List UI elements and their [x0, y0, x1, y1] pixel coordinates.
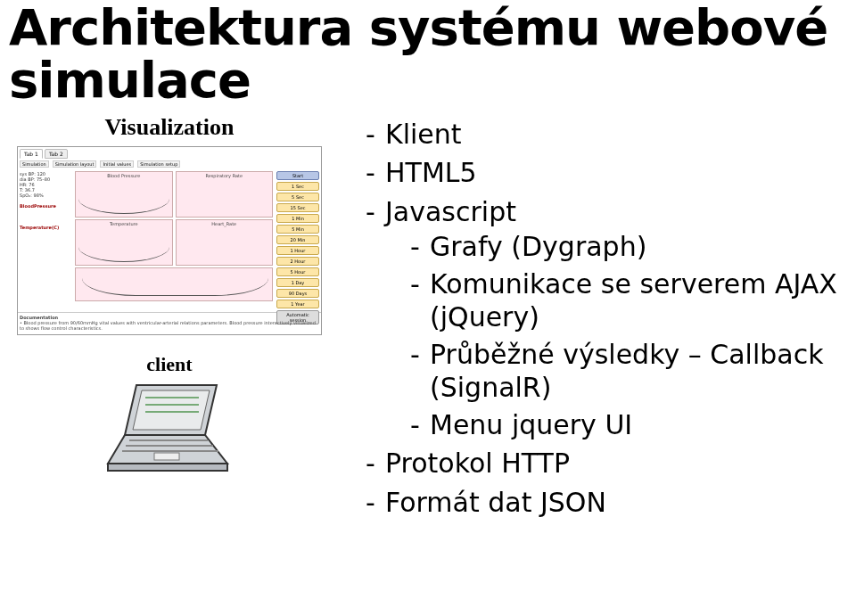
chart-curve [179, 193, 270, 218]
chart-row [75, 267, 273, 300]
page-title: Architektura systému webové simulace [9, 0, 847, 107]
info-temp-label: Temperature(C) [20, 225, 59, 230]
list-item: Javascript Grafy (Dygraph) Komunikace se… [366, 195, 847, 442]
dashboard-info: sys BP: 120 dia BP: 75–80 HR: 76 T: 36.7… [18, 169, 73, 312]
bullet-javascript: Javascript [385, 196, 516, 227]
list-item: Průběžné výsledky – Callback (SignalR) [410, 338, 847, 405]
chart-curve [78, 179, 169, 214]
right-column: Klient HTML5 Javascript Grafy (Dygraph) … [330, 114, 847, 525]
dashboard-tabs: Tab 1 Tab 2 [18, 147, 321, 160]
chart-curve [78, 227, 169, 262]
dashboard-menu-item: Simulation [20, 160, 49, 168]
dashboard-charts: Blood Pressure Respiratory Rate Temperat… [73, 169, 275, 312]
dash-btn: 90 Days [276, 289, 319, 298]
chart-title: Blood Pressure [107, 173, 140, 178]
client-label: client [146, 353, 192, 376]
bullet-menu: Menu jquery UI [430, 409, 632, 440]
dashboard-footer-text: • Blood pressure from 90/60mmHg vital va… [20, 320, 316, 331]
chart-row: Temperature Heart_Rate [75, 219, 273, 266]
dash-btn: 1 Year [276, 300, 319, 308]
chart-title: Heart_Rate [211, 221, 236, 226]
chart-row: Blood Pressure Respiratory Rate [75, 171, 273, 218]
dashboard-footer: Documentation • Blood pressure from 90/6… [18, 312, 321, 333]
dashboard-menu-item: Simulation setup [137, 160, 180, 168]
bullet-protokol: Protokol HTTP [385, 448, 570, 479]
dashboard-body: sys BP: 120 dia BP: 75–80 HR: 76 T: 36.7… [18, 169, 321, 312]
bullet-list: Klient HTML5 Javascript Grafy (Dygraph) … [366, 118, 847, 520]
list-item: Menu jquery UI [410, 408, 847, 442]
svg-rect-10 [154, 453, 179, 460]
chart-respiratory-rate: Respiratory Rate [176, 171, 274, 218]
list-item: Klient [366, 118, 847, 152]
bullet-klient: Klient [385, 119, 462, 150]
svg-marker-6 [108, 464, 227, 471]
dashboard-tab: Tab 1 [20, 149, 43, 159]
svg-marker-1 [133, 390, 210, 430]
bullet-grafy: Grafy (Dygraph) [430, 231, 646, 262]
list-item: Komunikace se serverem AJAX (jQuery) [410, 267, 847, 334]
dash-btn: 1 Min [276, 214, 319, 223]
dashboard-menu-item: Initial values [100, 160, 134, 168]
bullet-komunikace: Komunikace se serverem AJAX (jQuery) [430, 268, 837, 333]
chart-title: Respiratory Rate [205, 173, 243, 178]
dashboard-screenshot: Tab 1 Tab 2 Simulation Simulation layout… [17, 146, 322, 335]
info-line: SpO₂: 98% [20, 193, 71, 198]
dashboard-buttons: Start 1 Sec 5 Sec 15 Sec 1 Min 5 Min 20 … [275, 169, 321, 312]
chart-curve [82, 270, 268, 296]
dash-btn: 1 Day [276, 278, 319, 287]
dash-btn: 5 Hour [276, 267, 319, 276]
left-column: Visualization Tab 1 Tab 2 Simulation Sim… [9, 114, 330, 525]
list-item: Formát dat JSON [366, 486, 847, 520]
dash-btn: 1 Hour [276, 246, 319, 255]
dashboard-menu: Simulation Simulation layout Initial val… [18, 160, 321, 169]
content-row: Visualization Tab 1 Tab 2 Simulation Sim… [9, 114, 847, 525]
bullet-html5: HTML5 [385, 157, 477, 188]
bullet-sublist: Grafy (Dygraph) Komunikace se serverem A… [385, 230, 847, 441]
list-item: Grafy (Dygraph) [410, 230, 847, 264]
info-bp-label: BloodPressure [20, 203, 56, 209]
bullet-prubezne: Průběžné výsledky – Callback (SignalR) [430, 339, 824, 404]
chart-title: Temperature [110, 221, 138, 226]
chart-bloodpressure: Blood Pressure [75, 171, 173, 218]
dash-btn: 20 Min [276, 235, 319, 244]
dash-btn: 5 Sec [276, 193, 319, 201]
laptop-icon [103, 382, 236, 480]
dash-btn: 15 Sec [276, 203, 319, 212]
chart-heart-rate: Heart_Rate [176, 219, 274, 266]
chart-extra [75, 267, 273, 301]
chart-curve [179, 242, 270, 266]
chart-temperature: Temperature [75, 219, 173, 266]
dash-btn: 1 Sec [276, 182, 319, 191]
visualization-label: Visualization [105, 114, 235, 141]
dash-btn: 2 Hour [276, 257, 319, 266]
list-item: Protokol HTTP [366, 447, 847, 480]
dash-btn: 5 Min [276, 225, 319, 234]
dash-btn-start: Start [276, 171, 319, 180]
bullet-format: Formát dat JSON [385, 487, 606, 518]
dashboard-menu-item: Simulation layout [53, 160, 97, 168]
slide-page: Architektura systému webové simulace Vis… [0, 0, 856, 616]
list-item: HTML5 [366, 156, 847, 190]
dashboard-tab: Tab 2 [45, 149, 68, 159]
